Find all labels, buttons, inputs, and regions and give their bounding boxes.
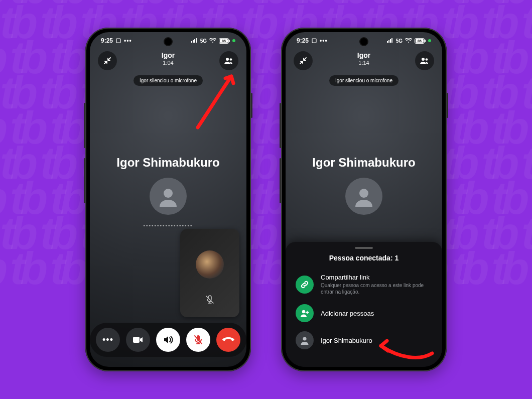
call-header: Igor 1:14 <box>357 51 370 66</box>
mic-off-icon <box>194 335 203 345</box>
add-people-row[interactable]: Adicionar pessoas <box>295 300 433 327</box>
participant-row[interactable]: Igor Shimabukuro <box>295 327 433 354</box>
people-icon <box>224 57 233 64</box>
ellipsis-icon: ••• <box>102 335 113 345</box>
header-time: 1:14 <box>357 60 370 66</box>
sheet-title: Pessoa conectada: 1 <box>295 254 433 262</box>
signal-icon <box>386 38 393 43</box>
status-more-icon: ••• <box>320 37 328 44</box>
phone-right: 9:25 ••• 5G 85 Igor 1:14 <box>281 28 447 371</box>
battery-icon: 85 <box>219 38 230 44</box>
participant-name: Igor Shimabukuro <box>321 337 372 344</box>
call-toolbar: ••• <box>90 323 246 357</box>
encryption-dots: •••••••••••••••••• <box>143 223 193 228</box>
status-more-icon: ••• <box>124 37 132 44</box>
end-call-button[interactable] <box>216 328 240 352</box>
top-controls: Igor 1:14 <box>286 51 442 70</box>
link-icon <box>296 276 314 294</box>
status-left: 9:25 ••• <box>101 37 132 44</box>
minimize-button[interactable] <box>98 51 117 70</box>
avatar-placeholder-icon <box>157 185 180 208</box>
status-right: 5G 85 <box>386 38 431 44</box>
svg-rect-0 <box>116 39 120 43</box>
add-person-icon <box>296 304 314 322</box>
svg-rect-2 <box>229 40 230 42</box>
phone-left: 9:25 ••• 5G 85 Igor 1:04 <box>85 28 251 371</box>
call-header: Igor 1:04 <box>162 51 175 66</box>
self-video-preview[interactable] <box>180 229 239 317</box>
more-button[interactable]: ••• <box>96 328 120 352</box>
annotation-arrow <box>190 62 245 132</box>
wifi-icon <box>405 38 412 43</box>
participant-text: Igor Shimabukuro <box>321 337 372 344</box>
camera-hole <box>165 38 172 45</box>
status-app-icon <box>116 38 121 43</box>
svg-point-15 <box>422 58 425 61</box>
signal-icon <box>191 38 198 43</box>
svg-point-5 <box>226 58 229 61</box>
hangup-icon <box>222 337 234 342</box>
camera-hole <box>360 38 367 45</box>
share-link-text: Compartilhar link Qualquer pessoa com ac… <box>321 274 429 295</box>
participants-button[interactable] <box>219 51 238 70</box>
svg-point-6 <box>230 58 232 61</box>
privacy-dot-icon <box>232 39 235 42</box>
status-left: 9:25 ••• <box>297 37 328 44</box>
minimize-icon <box>299 57 307 65</box>
mute-button[interactable] <box>186 328 210 352</box>
status-time: 9:25 <box>101 37 113 44</box>
svg-text:85: 85 <box>418 39 422 43</box>
svg-point-16 <box>426 58 428 61</box>
status-time: 9:25 <box>297 37 309 44</box>
status-app-icon <box>312 38 317 43</box>
svg-point-7 <box>164 189 173 198</box>
top-controls: Igor 1:04 <box>90 51 246 70</box>
share-link-subtitle: Qualquer pessoa com acesso a este link p… <box>321 282 429 295</box>
svg-rect-12 <box>425 40 426 42</box>
mic-off-icon <box>205 295 215 305</box>
participant-avatar <box>296 331 314 349</box>
add-people-text: Adicionar pessoas <box>321 310 374 317</box>
caller-avatar <box>345 178 382 215</box>
screen-right: 9:25 ••• 5G 85 Igor 1:14 <box>286 32 442 367</box>
status-right: 5G 85 <box>191 38 235 44</box>
svg-point-17 <box>359 189 368 198</box>
header-name: Igor <box>357 51 370 59</box>
video-icon <box>133 336 143 343</box>
add-people-title: Adicionar pessoas <box>321 310 374 317</box>
caller-name: Igor Shimabukuro <box>90 156 246 170</box>
self-avatar <box>196 250 224 279</box>
people-icon <box>420 57 429 64</box>
svg-rect-8 <box>133 337 140 343</box>
video-button[interactable] <box>126 328 150 352</box>
network-label: 5G <box>396 38 403 44</box>
mute-toast: Igor silenciou o microfone <box>329 75 398 86</box>
svg-text:85: 85 <box>222 39 226 43</box>
sheet-drag-handle[interactable] <box>355 247 373 249</box>
caller-name: Igor Shimabukuro <box>286 156 442 170</box>
privacy-dot-icon <box>428 39 431 42</box>
minimize-button[interactable] <box>294 51 313 70</box>
svg-point-18 <box>302 310 305 313</box>
screen-left: 9:25 ••• 5G 85 Igor 1:04 <box>90 32 246 367</box>
participants-sheet: Pessoa conectada: 1 Compartilhar link Qu… <box>286 242 442 367</box>
participants-button[interactable] <box>415 51 434 70</box>
share-link-title: Compartilhar link <box>321 274 429 281</box>
svg-point-19 <box>303 337 306 340</box>
wifi-icon <box>209 38 216 43</box>
header-time: 1:04 <box>162 60 175 66</box>
stage: 9:25 ••• 5G 85 Igor 1:04 <box>0 0 532 399</box>
header-name: Igor <box>162 51 175 59</box>
share-link-row[interactable]: Compartilhar link Qualquer pessoa com ac… <box>295 269 433 300</box>
avatar-placeholder-icon <box>352 185 375 208</box>
mute-toast: Igor silenciou o microfone <box>134 75 203 86</box>
speaker-button[interactable] <box>156 328 180 352</box>
caller-avatar <box>150 178 187 215</box>
battery-icon: 85 <box>415 38 426 44</box>
network-label: 5G <box>200 38 207 44</box>
svg-rect-10 <box>312 39 316 43</box>
speaker-icon <box>163 335 173 344</box>
minimize-icon <box>103 57 111 65</box>
